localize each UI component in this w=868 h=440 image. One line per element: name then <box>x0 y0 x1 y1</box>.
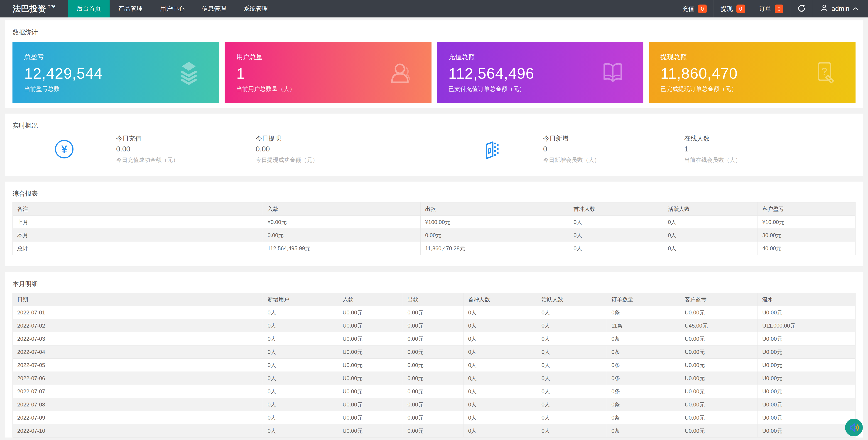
realtime-stat-value: 1 <box>684 145 741 153</box>
nav-tab-products[interactable]: 产品管理 <box>110 0 151 18</box>
table-cell: 0人 <box>464 425 537 438</box>
table-cell: ¥100.00元 <box>421 215 569 229</box>
table-cell: 0.00元 <box>403 385 464 398</box>
table-cell: 0条 <box>607 411 680 425</box>
navbar-right: 充值 0 提现 0 订单 0 a <box>675 0 868 18</box>
realtime-stat-today-withdraw: 今日提现 0.00 今日提现成功金额（元） <box>256 135 484 163</box>
table-cell: 0人 <box>569 242 663 255</box>
nav-orders-button[interactable]: 订单 0 <box>752 0 790 18</box>
table-cell: U0.00元 <box>680 359 758 372</box>
nav-withdraw-button[interactable]: 提现 0 <box>713 0 752 18</box>
nav-tab-info[interactable]: 信息管理 <box>193 0 235 18</box>
table-cell: U0.00元 <box>338 425 403 438</box>
table-cell: U0.00元 <box>680 306 758 319</box>
table-cell: 0人 <box>263 372 338 385</box>
stat-card-desc: 已完成提现订单总金额（元） <box>660 85 844 93</box>
orders-count-badge: 0 <box>775 4 783 13</box>
table-cell: 0人 <box>537 372 607 385</box>
table-cell: 0.00元 <box>403 425 464 438</box>
table-cell: 0人 <box>537 319 607 332</box>
nav-recharge-button[interactable]: 充值 0 <box>675 0 713 18</box>
svg-text:?: ? <box>822 66 827 77</box>
table-cell: 0人 <box>464 385 537 398</box>
table-cell: ¥0.00元 <box>263 215 421 229</box>
open-book-icon <box>600 60 625 85</box>
table-cell: 0人 <box>537 398 607 411</box>
report-panel-title: 综合报表 <box>12 190 856 197</box>
column-header: 日期 <box>13 293 263 306</box>
table-cell: 2022-07-03 <box>13 332 263 345</box>
realtime-panel: 实时概况 ¥ 今日充值 0.00 今日充值成功金额（元） 今日提现 0.00 今… <box>5 113 863 176</box>
table-cell: 30.00元 <box>758 229 856 242</box>
table-cell: 0.00元 <box>403 345 464 359</box>
building-icon <box>484 139 501 159</box>
refresh-button[interactable] <box>790 0 813 18</box>
realtime-stat-desc: 当前在线会员数（人） <box>684 157 741 163</box>
table-cell: 0人 <box>263 332 338 345</box>
stat-card-total-pnl: 总盈亏 12,429,544 当前盈亏总数 <box>12 42 219 103</box>
table-row: 2022-07-090人U0.00元0.00元0人0人0条U0.00元U0.00… <box>13 411 856 425</box>
nav-orders-label: 订单 <box>759 5 771 13</box>
table-cell: U0.00元 <box>680 345 758 359</box>
table-cell: U0.00元 <box>758 372 856 385</box>
table-cell: 112,564,495.99元 <box>263 242 421 255</box>
table-row: 2022-07-010人U0.00元0.00元0人0人0条U0.00元U0.00… <box>13 306 856 319</box>
table-cell: U0.00元 <box>758 385 856 398</box>
column-header: 首冲人数 <box>569 202 663 215</box>
table-cell: 0人 <box>464 411 537 425</box>
stats-panel: 数据统计 总盈亏 12,429,544 当前盈亏总数 用户总量 1 <box>5 21 863 108</box>
table-cell: 0人 <box>263 411 338 425</box>
table-cell: 0人 <box>569 229 663 242</box>
table-cell: 0人 <box>263 425 338 438</box>
table-cell: 0人 <box>464 345 537 359</box>
table-cell: U0.00元 <box>680 332 758 345</box>
table-row: 总计112,564,495.99元11,860,470.28元0人0人40.00… <box>13 242 856 255</box>
table-cell: U0.00元 <box>338 398 403 411</box>
table-cell: U0.00元 <box>758 425 856 438</box>
table-cell: 0人 <box>263 319 338 332</box>
table-row: 2022-07-020人U0.00元0.00元0人0人11条U45.00元U11… <box>13 319 856 332</box>
table-cell: U0.00元 <box>758 359 856 372</box>
table-cell: 0.00元 <box>421 229 569 242</box>
stat-card-desc: 当前用户总数量（人） <box>237 85 420 93</box>
nav-tab-home[interactable]: 后台首页 <box>68 0 110 18</box>
stat-card-desc: 已支付充值订单总金额（元） <box>448 85 632 93</box>
detail-panel-title: 本月明细 <box>12 281 856 287</box>
table-cell: 11,860,470.28元 <box>421 242 569 255</box>
speaker-icon <box>848 421 860 433</box>
realtime-row: ¥ 今日充值 0.00 今日充值成功金额（元） 今日提现 0.00 今日提现成功… <box>12 135 856 171</box>
table-cell: 0人 <box>464 372 537 385</box>
top-navbar: 法巴投资 TP6 后台首页 产品管理 用户中心 信息管理 系统管理 充值 0 提… <box>0 0 868 18</box>
page-content: 数据统计 总盈亏 12,429,544 当前盈亏总数 用户总量 1 <box>0 18 868 438</box>
table-cell: 0人 <box>663 215 757 229</box>
table-cell: 上月 <box>13 215 263 229</box>
username: admin <box>832 5 849 12</box>
table-cell: U45.00元 <box>680 319 758 332</box>
table-cell: 0.00元 <box>403 306 464 319</box>
realtime-panel-title: 实时概况 <box>12 122 856 129</box>
table-cell: U0.00元 <box>758 306 856 319</box>
realtime-stat-label: 今日充值 <box>116 135 256 142</box>
report-table: 备注入款出款首冲人数活跃人数客户盈亏上月¥0.00元¥100.00元0人0人¥1… <box>12 202 856 255</box>
nav-tab-system[interactable]: 系统管理 <box>235 0 277 18</box>
realtime-stat-label: 今日提现 <box>256 135 484 142</box>
column-header: 入款 <box>263 202 421 215</box>
main-menu: 后台首页 产品管理 用户中心 信息管理 系统管理 <box>68 0 277 18</box>
table-cell: 2022-07-09 <box>13 411 263 425</box>
table-cell: 0条 <box>607 425 680 438</box>
table-cell: U0.00元 <box>338 319 403 332</box>
realtime-stat-desc: 今日新增会员数（人） <box>543 157 684 163</box>
table-cell: 0人 <box>537 385 607 398</box>
table-cell: U0.00元 <box>338 345 403 359</box>
table-cell: U0.00元 <box>338 385 403 398</box>
table-cell: 0条 <box>607 359 680 372</box>
realtime-stat-value: 0.00 <box>116 145 256 153</box>
table-cell: 0条 <box>607 306 680 319</box>
nav-tab-users[interactable]: 用户中心 <box>151 0 193 18</box>
stat-card-desc: 当前盈亏总数 <box>24 85 208 93</box>
user-menu[interactable]: admin <box>813 0 868 18</box>
table-cell: U0.00元 <box>338 372 403 385</box>
table-cell: 0人 <box>464 319 537 332</box>
sound-toggle-button[interactable] <box>845 419 863 436</box>
user-icon <box>389 60 413 85</box>
